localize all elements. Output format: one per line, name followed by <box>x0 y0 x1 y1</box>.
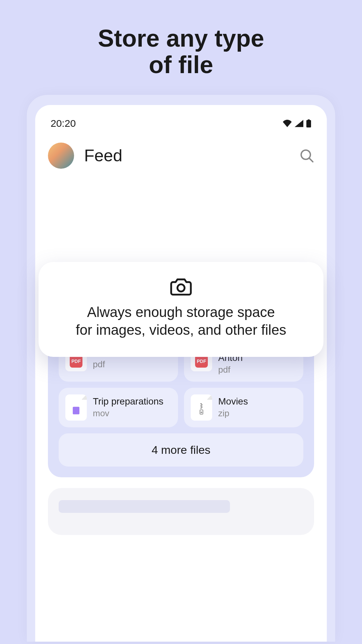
status-time: 20:20 <box>51 118 76 129</box>
marketing-title-line2: of file <box>149 51 213 78</box>
svg-rect-12 <box>80 410 81 411</box>
avatar[interactable] <box>48 143 74 169</box>
svg-rect-7 <box>73 407 79 414</box>
placeholder-card <box>48 488 314 535</box>
battery-icon <box>306 119 311 127</box>
banner-text: Always enough storage space for images, … <box>52 304 310 339</box>
archive-icon <box>194 401 208 420</box>
svg-rect-20 <box>201 412 202 413</box>
app-header: Feed <box>48 143 314 169</box>
skeleton-line <box>59 500 230 513</box>
file-ext: mov <box>93 408 171 419</box>
file-name: Movies <box>218 396 297 407</box>
svg-line-3 <box>309 159 313 162</box>
svg-point-21 <box>177 284 184 291</box>
file-type-icon <box>191 394 212 421</box>
phone-screen: 20:20 Feed <box>35 105 327 642</box>
storage-banner: Always enough storage space for images, … <box>39 262 323 357</box>
marketing-title-line1: Store any type <box>98 25 264 52</box>
signal-icon <box>295 120 303 127</box>
file-item[interactable]: Trip preparations mov <box>59 388 178 427</box>
wifi-icon <box>283 120 292 127</box>
svg-rect-0 <box>306 120 311 127</box>
status-bar: 20:20 <box>48 118 314 129</box>
file-item[interactable]: Movies zip <box>184 388 303 427</box>
svg-rect-8 <box>71 407 73 409</box>
svg-rect-11 <box>80 407 81 409</box>
marketing-title: Store any type of file <box>0 0 362 95</box>
file-info: Trip preparations mov <box>93 396 171 419</box>
svg-rect-17 <box>201 407 202 408</box>
banner-text-line2: for images, videos, and other files <box>76 322 286 338</box>
file-info: Movies zip <box>218 396 297 419</box>
banner-text-line1: Always enough storage space <box>87 304 275 320</box>
svg-rect-10 <box>71 412 73 413</box>
phone-shell: 20:20 Feed <box>27 95 335 642</box>
svg-rect-16 <box>200 405 202 406</box>
file-type-icon <box>65 394 87 421</box>
more-files-button[interactable]: 4 more files <box>59 433 303 467</box>
page-title: Feed <box>84 146 122 165</box>
file-ext: zip <box>218 408 297 419</box>
app-header-left: Feed <box>48 143 122 169</box>
svg-rect-15 <box>201 404 202 405</box>
svg-rect-9 <box>71 410 73 411</box>
file-ext: pdf <box>218 365 297 375</box>
svg-rect-14 <box>200 403 202 404</box>
svg-rect-1 <box>308 119 310 120</box>
svg-rect-18 <box>200 408 202 409</box>
file-name: Trip preparations <box>93 396 171 407</box>
camera-icon <box>170 277 192 296</box>
svg-rect-13 <box>80 412 81 413</box>
status-icons <box>283 119 311 127</box>
video-icon <box>69 404 83 418</box>
search-icon[interactable] <box>299 148 314 163</box>
file-ext: pdf <box>93 359 171 370</box>
phone-container: 20:20 Feed <box>27 95 335 642</box>
